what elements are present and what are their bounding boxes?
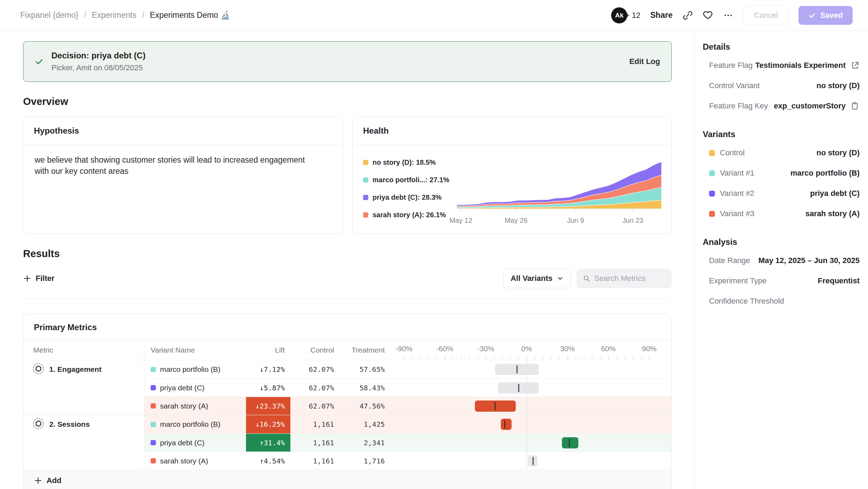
health-legend-item: no story (D): 18.5% xyxy=(363,158,457,166)
column-lift: Lift xyxy=(246,346,290,354)
table-row[interactable]: sarah story (A)↓23.37%62.07%47.56% xyxy=(144,397,671,415)
variant-name: marco portfolio (B) xyxy=(160,420,220,428)
table-row[interactable]: sarah story (A)↑4.54%1,1611,716 xyxy=(144,452,671,470)
lift-marker xyxy=(533,457,534,465)
search-metrics-input[interactable] xyxy=(594,274,665,283)
variant-color-chip xyxy=(151,440,156,445)
variant-name: marco portfolio (B) xyxy=(160,365,220,374)
plus-icon xyxy=(23,274,31,283)
metric-group: 1. Engagementmarco portfolio (B)↓7.12%62… xyxy=(23,360,671,415)
axis-tick-label: -90% xyxy=(395,345,412,353)
search-icon xyxy=(583,274,590,283)
ruler-tick xyxy=(494,356,494,360)
ruler-tick xyxy=(576,356,576,360)
saved-button[interactable]: Saved xyxy=(798,6,853,25)
table-row[interactable]: priya debt (C)↓5.87%62.07%58.43% xyxy=(144,378,671,397)
variant-name-cell: priya debt (C) xyxy=(144,434,246,452)
ruler-tick xyxy=(543,356,543,360)
analysis-label: Confidence Threshold xyxy=(709,297,784,306)
decision-banner: Decision: priya debt (C) Picker, Amit on… xyxy=(23,41,672,82)
variant-row: Variant #2priya debt (C) xyxy=(702,183,860,204)
column-metric: Metric xyxy=(23,340,144,360)
variant-color-chip xyxy=(151,403,156,409)
more-options-icon[interactable] xyxy=(723,10,733,21)
main-content: Decision: priya debt (C) Picker, Amit on… xyxy=(0,31,694,489)
lift-marker xyxy=(494,402,496,410)
metric-rows: marco portfolio (B)↓16.25%1,1611,425priy… xyxy=(144,415,671,470)
ruler-tick xyxy=(559,356,560,360)
chart-tick-label: May 26 xyxy=(505,217,528,225)
variants-dropdown[interactable]: All Variants xyxy=(503,269,571,288)
zero-line xyxy=(527,397,527,415)
edit-log-button[interactable]: Edit Log xyxy=(629,57,660,66)
check-icon xyxy=(808,12,816,19)
variant-color-chip xyxy=(151,385,156,390)
ruler-tick xyxy=(502,356,502,360)
stacked-area-chart xyxy=(457,157,661,212)
link-icon[interactable] xyxy=(682,10,693,21)
lift-marker xyxy=(518,384,519,392)
metric-cell[interactable]: 2. Sessions xyxy=(23,415,144,470)
ruler-tick xyxy=(428,356,429,360)
metric-cell[interactable]: 1. Engagement xyxy=(23,360,144,415)
variant-color-chip xyxy=(151,458,156,463)
table-row[interactable]: priya debt (C)↑31.4%1,1612,341 xyxy=(144,433,671,452)
treatment-value: 57.65% xyxy=(340,360,390,378)
primary-metrics-card: Primary Metrics Metric Variant Name Lift… xyxy=(23,314,672,489)
legend-label: sarah story (A): 26.1% xyxy=(372,211,446,219)
zero-line xyxy=(527,434,527,452)
axis-tick-label: -60% xyxy=(436,345,453,353)
add-filter-button[interactable]: Filter xyxy=(23,274,55,283)
column-control: Control xyxy=(290,346,340,354)
ruler-tick xyxy=(469,356,470,360)
breadcrumb-experiments[interactable]: Experiments xyxy=(92,10,137,20)
cancel-button[interactable]: Cancel xyxy=(743,6,789,25)
variant-label: Control xyxy=(720,148,745,157)
detail-value: exp_customerStory xyxy=(774,101,846,111)
breadcrumb-current: Experiments Demo 🔬 xyxy=(150,10,231,20)
health-chart: May 12May 26Jun 9Jun 23 xyxy=(457,152,663,226)
control-value: 1,161 xyxy=(290,452,340,470)
favorite-heart-icon[interactable] xyxy=(703,10,713,21)
clipboard-icon[interactable] xyxy=(851,101,860,111)
ruler-tick xyxy=(412,356,412,360)
control-value: 62.07% xyxy=(290,379,340,397)
variant-label: Variant #3 xyxy=(720,209,754,218)
ruler-tick xyxy=(567,356,568,360)
variant-name-cell: sarah story (A) xyxy=(144,452,246,470)
confidence-interval-cell xyxy=(390,397,671,415)
zero-line xyxy=(527,452,527,470)
lift-value: ↓7.12% xyxy=(246,360,290,378)
table-row[interactable]: marco portfolio (B)↓16.25%1,1611,425 xyxy=(144,415,671,433)
legend-color-chip xyxy=(363,195,368,200)
legend-color-chip xyxy=(363,160,368,165)
hypothesis-card: Hypothesis we believe that showing custo… xyxy=(23,116,343,234)
external-link-icon[interactable] xyxy=(851,61,860,70)
ruler-tick xyxy=(437,356,437,360)
share-button[interactable]: Share xyxy=(650,10,673,20)
variant-name: sarah story (A) xyxy=(160,457,208,465)
control-value: 62.07% xyxy=(290,397,340,415)
breadcrumb-project[interactable]: Fixpanel {demo} xyxy=(20,10,78,20)
analysis-row: Date RangeMay 12, 2025 – Jun 30, 2025 xyxy=(702,250,860,271)
variants-heading: Variants xyxy=(702,129,860,139)
detail-row: Feature Flag Keyexp_customerStory xyxy=(702,96,860,116)
lift-value: ↓16.25% xyxy=(246,415,290,433)
confidence-interval-bar xyxy=(501,419,512,430)
variant-value: marco portfolio (B) xyxy=(790,169,860,178)
detail-value: no story (D) xyxy=(817,81,860,90)
confidence-interval-cell xyxy=(390,415,671,433)
axis-tick-label: 60% xyxy=(601,345,616,353)
topbar-actions: Ak + 12 Share Cancel Saved xyxy=(611,6,853,25)
divider xyxy=(23,298,672,298)
table-row[interactable]: marco portfolio (B)↓7.12%62.07%57.65% xyxy=(144,360,671,378)
detail-label: Feature Flag xyxy=(709,61,753,70)
control-value: 1,161 xyxy=(290,415,340,433)
ruler-tick xyxy=(649,356,650,360)
variant-label: Variant #2 xyxy=(720,189,754,198)
lift-marker xyxy=(569,439,570,447)
column-variant-name: Variant Name xyxy=(144,346,246,354)
add-metric-button[interactable]: Add xyxy=(34,476,62,485)
avatar-overflow-count[interactable]: + 12 xyxy=(625,11,640,20)
ruler-tick xyxy=(478,356,478,360)
